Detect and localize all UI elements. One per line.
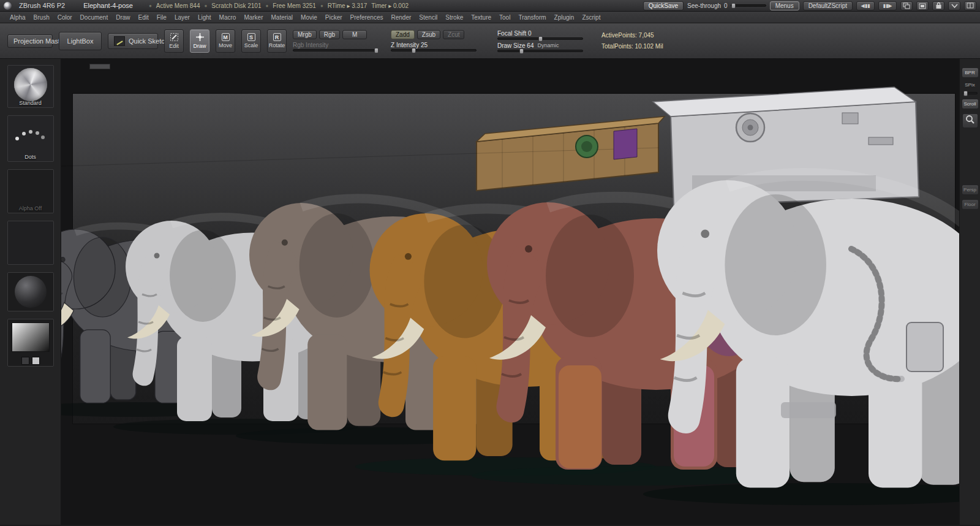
rgb-intensity-slider[interactable]: Rgb Intensity bbox=[293, 42, 385, 51]
z-intensity-handle[interactable] bbox=[412, 48, 416, 53]
rgb-intensity-handle[interactable] bbox=[374, 48, 379, 53]
alpha-name-label: Alpha Off bbox=[8, 205, 53, 212]
expand-layout-button[interactable] bbox=[964, 1, 976, 10]
edit-label: Edit bbox=[169, 43, 179, 49]
scale-mode-button[interactable]: S Scale bbox=[241, 29, 261, 53]
menu-tool[interactable]: Tool bbox=[496, 13, 514, 21]
magnifier-icon bbox=[965, 115, 975, 127]
projection-master-button[interactable]: Projection Master bbox=[7, 34, 53, 48]
draw-size-slider[interactable]: Draw Size 64 Dynamic bbox=[497, 42, 589, 52]
current-texture-thumbnail[interactable] bbox=[7, 221, 54, 265]
menu-zplugin[interactable]: Zplugin bbox=[551, 13, 578, 21]
color-gradient-square[interactable] bbox=[12, 322, 50, 352]
menu-file[interactable]: File bbox=[153, 13, 170, 21]
z-intensity-label: Z Intensity 25 bbox=[391, 42, 483, 48]
menu-transform[interactable]: Transform bbox=[514, 13, 549, 21]
bullet-separator: ● bbox=[204, 3, 207, 9]
copy-doc-button[interactable] bbox=[900, 1, 913, 10]
current-material-thumbnail[interactable] bbox=[7, 272, 54, 311]
floor-button[interactable]: Floor bbox=[962, 199, 979, 210]
menu-zscript[interactable]: Zscript bbox=[578, 13, 604, 21]
draw-label: Draw bbox=[193, 43, 206, 49]
rgb-intensity-label: Rgb Intensity bbox=[293, 42, 385, 48]
menu-preferences[interactable]: Preferences bbox=[347, 13, 387, 21]
tray-scroll-right-button[interactable]: ▮▮▶ bbox=[878, 1, 897, 10]
menu-document[interactable]: Document bbox=[77, 13, 112, 21]
dynamic-label[interactable]: Dynamic bbox=[537, 42, 559, 48]
see-through-value: 0 bbox=[724, 2, 728, 9]
menu-bar: Alpha Brush Color Document Draw Edit Fil… bbox=[0, 12, 980, 23]
menu-brush[interactable]: Brush bbox=[30, 13, 53, 21]
cargo-pack bbox=[61, 116, 665, 191]
main-color-swatch[interactable] bbox=[21, 357, 29, 365]
zsub-button[interactable]: Zsub bbox=[417, 30, 440, 39]
focal-shift-handle[interactable] bbox=[538, 36, 543, 42]
paste-doc-button[interactable] bbox=[916, 1, 929, 10]
see-through-slider[interactable]: See-through 0 bbox=[687, 2, 766, 9]
lightbox-button[interactable]: LightBox bbox=[59, 32, 102, 50]
scale-label: Scale bbox=[244, 42, 258, 48]
zoom-tool-button[interactable] bbox=[962, 113, 978, 128]
menu-stencil[interactable]: Stencil bbox=[415, 13, 441, 21]
copy-icon bbox=[903, 2, 910, 9]
current-alpha-thumbnail[interactable]: Alpha Off bbox=[7, 169, 54, 213]
m-button[interactable]: M bbox=[342, 30, 367, 39]
see-through-track[interactable] bbox=[731, 4, 766, 7]
scroll-button[interactable]: Scroll bbox=[962, 99, 979, 109]
stat-active-mem: Active Mem 844 bbox=[156, 2, 200, 9]
document-canvas[interactable] bbox=[61, 59, 959, 525]
draw-mode-button[interactable]: Draw bbox=[190, 29, 209, 53]
menu-movie[interactable]: Movie bbox=[297, 13, 321, 21]
quicksave-button[interactable]: QuickSave bbox=[643, 1, 684, 10]
menu-light[interactable]: Light bbox=[194, 13, 215, 21]
see-through-label: See-through bbox=[687, 2, 721, 9]
rgb-button[interactable]: Rgb bbox=[319, 30, 340, 39]
zbrush-logo-icon bbox=[4, 2, 12, 10]
spix-slider[interactable] bbox=[963, 92, 978, 94]
menu-macro[interactable]: Macro bbox=[216, 13, 240, 21]
zadd-button[interactable]: Zadd bbox=[391, 30, 415, 39]
menu-alpha[interactable]: Alpha bbox=[6, 13, 29, 21]
menu-picker[interactable]: Picker bbox=[322, 13, 346, 21]
tray-scroll-left-button[interactable]: ◀▮▮ bbox=[856, 1, 875, 10]
see-through-handle[interactable] bbox=[731, 3, 736, 9]
mrgb-button[interactable]: Mrgb bbox=[293, 30, 317, 39]
current-brush-thumbnail[interactable]: Standard bbox=[7, 65, 54, 108]
menu-edit[interactable]: Edit bbox=[135, 13, 153, 21]
menu-draw[interactable]: Draw bbox=[112, 13, 134, 21]
menu-layer[interactable]: Layer bbox=[171, 13, 194, 21]
color-picker[interactable] bbox=[7, 319, 54, 367]
focal-shift-label: Focal Shift 0 bbox=[497, 30, 589, 37]
stroke-name-label: Dots bbox=[8, 154, 53, 160]
move-label: Move bbox=[219, 42, 232, 48]
stat-timer: Timer ▸ 0.002 bbox=[371, 2, 409, 9]
menu-texture[interactable]: Texture bbox=[467, 13, 495, 21]
z-intensity-slider[interactable]: Z Intensity 25 bbox=[391, 42, 483, 51]
move-mode-button[interactable]: M Move bbox=[216, 29, 235, 53]
rotate-mode-button[interactable]: R Rotate bbox=[267, 29, 287, 53]
edit-mode-button[interactable]: Edit bbox=[164, 29, 184, 53]
lock-button[interactable] bbox=[932, 1, 944, 10]
default-zscript-button[interactable]: DefaultZScript bbox=[803, 1, 853, 10]
secondary-color-swatch[interactable] bbox=[32, 357, 40, 365]
menu-stroke[interactable]: Stroke bbox=[442, 13, 467, 21]
lock-icon bbox=[935, 2, 942, 9]
menu-render[interactable]: Render bbox=[388, 13, 415, 21]
menu-marker[interactable]: Marker bbox=[240, 13, 266, 21]
menus-toggle-button[interactable]: Menus bbox=[770, 1, 799, 10]
move-icon: M bbox=[222, 33, 230, 41]
bullet-separator: ● bbox=[265, 3, 268, 9]
minimize-button[interactable] bbox=[948, 1, 960, 10]
draw-icon bbox=[195, 32, 205, 42]
persp-button[interactable]: Persp bbox=[962, 185, 979, 195]
current-stroke-thumbnail[interactable]: Dots bbox=[7, 115, 54, 162]
paste-icon bbox=[919, 2, 926, 9]
quick-sketch-button[interactable]: Quick Sketch bbox=[108, 33, 158, 49]
bpr-button[interactable]: BPR bbox=[962, 67, 979, 78]
stat-scratch-disk: Scratch Disk 2101 bbox=[211, 2, 261, 9]
menu-material[interactable]: Material bbox=[268, 13, 297, 21]
draw-size-handle[interactable] bbox=[519, 48, 524, 54]
menu-color[interactable]: Color bbox=[54, 13, 76, 21]
zcut-button[interactable]: Zcut bbox=[443, 30, 464, 39]
focal-shift-slider[interactable]: Focal Shift 0 bbox=[497, 30, 589, 40]
